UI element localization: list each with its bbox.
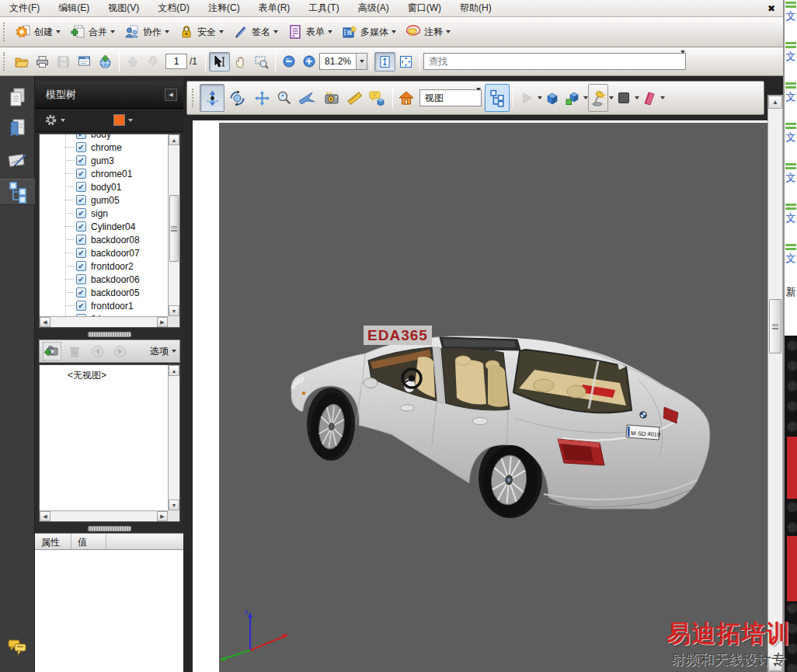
collapse-panel-button[interactable]	[165, 89, 177, 101]
menu-window[interactable]: 窗口(W)	[398, 0, 451, 16]
document-vertical-scrollbar[interactable]	[767, 95, 783, 672]
menu-help[interactable]: 帮助(H)	[451, 0, 501, 16]
3d-comment-button[interactable]	[364, 84, 389, 112]
next-page-button[interactable]	[143, 52, 163, 71]
tree-horizontal-sc rollbar[interactable]	[40, 316, 168, 327]
toolbar-grip[interactable]	[192, 89, 197, 107]
secure-button[interactable]: 安全	[174, 22, 228, 42]
toolbar-grip[interactable]	[3, 52, 8, 71]
find-input[interactable]	[424, 56, 680, 67]
measure-tool-button[interactable]	[344, 84, 364, 112]
checkbox-checked-icon[interactable]	[76, 261, 86, 271]
checkbox-checked-icon[interactable]	[76, 208, 86, 218]
tree-item[interactable]: frontdoor1	[40, 299, 168, 312]
pan-tool-button[interactable]	[249, 84, 274, 112]
tree-item[interactable]: gum3	[40, 154, 168, 167]
chevron-down-icon[interactable]	[660, 96, 665, 99]
tree-item[interactable]: backdoor08	[40, 233, 168, 246]
checkbox-checked-icon[interactable]	[76, 287, 86, 298]
menu-document[interactable]: 文档(D)	[148, 0, 199, 16]
panel-splitter[interactable]	[35, 329, 183, 339]
menu-advanced[interactable]: 高级(A)	[349, 0, 398, 16]
forms-button[interactable]: 表单	[283, 22, 337, 42]
menu-tools[interactable]: 工具(T)	[299, 0, 348, 16]
select-tool-button[interactable]	[209, 52, 230, 71]
sign-button[interactable]: 签名	[228, 22, 283, 42]
toolbar-grip[interactable]	[3, 23, 8, 41]
menu-forms[interactable]: 表单(R)	[249, 0, 300, 16]
save-button[interactable]	[53, 52, 74, 71]
checkbox-checked-icon[interactable]	[76, 301, 86, 311]
tree-item[interactable]: Cylinder04	[40, 220, 168, 233]
checkbox-checked-icon[interactable]	[76, 235, 86, 245]
tree-item[interactable]: chrome01	[40, 167, 168, 180]
tree-item[interactable]: frontdoor2	[40, 259, 168, 273]
zoom-tool-button[interactable]	[274, 84, 294, 112]
scrolling-mode-button[interactable]	[374, 52, 395, 71]
render-mode-button[interactable]	[542, 84, 562, 112]
combine-button[interactable]: 合并	[65, 22, 120, 42]
checkbox-checked-icon[interactable]	[76, 248, 86, 258]
menu-comments[interactable]: 注释(C)	[199, 0, 249, 16]
fit-page-button[interactable]	[395, 52, 416, 71]
menu-file[interactable]: 文件(F)	[0, 0, 49, 16]
zoom-dropdown-button[interactable]	[356, 54, 367, 69]
tree-item[interactable]: gum05	[40, 193, 168, 207]
scrollbar-thumb[interactable]	[769, 299, 781, 353]
email-button[interactable]	[74, 52, 95, 71]
print-button[interactable]	[32, 52, 53, 71]
scroll-up-icon[interactable]	[169, 134, 179, 145]
delete-view-button[interactable]	[65, 342, 84, 360]
open-button[interactable]	[11, 52, 32, 71]
sidebar-model-tree-button[interactable]	[0, 179, 35, 205]
checkbox-checked-icon[interactable]	[76, 169, 86, 179]
checkbox-checked-icon[interactable]	[76, 274, 86, 284]
collaborate-button[interactable]: 协作	[120, 22, 174, 42]
sidebar-pages-button[interactable]	[5, 84, 30, 110]
scroll-left-icon[interactable]	[40, 511, 50, 521]
property-column-header[interactable]: 属性	[35, 534, 71, 549]
checkbox-checked-icon[interactable]	[76, 142, 86, 152]
views-options-button[interactable]: 选项	[150, 345, 176, 358]
scroll-right-icon[interactable]	[157, 511, 168, 521]
close-icon[interactable]	[767, 3, 775, 14]
previous-view-button[interactable]	[88, 342, 106, 360]
sidebar-bookmarks-button[interactable]	[5, 115, 30, 141]
cross-section-button[interactable]	[639, 84, 660, 112]
checkbox-checked-icon[interactable]	[76, 182, 86, 192]
page-number-input[interactable]	[165, 54, 187, 69]
camera-tool-button[interactable]	[319, 84, 344, 112]
tree-item[interactable]: backdoor05	[40, 286, 168, 299]
checkbox-checked-icon[interactable]	[76, 221, 86, 232]
panel-splitter[interactable]	[35, 524, 183, 533]
tree-item[interactable]: backdoor07	[40, 246, 168, 259]
view-select-combo[interactable]: 视图	[419, 89, 482, 106]
scroll-down-icon[interactable]	[169, 305, 179, 316]
scroll-right-icon[interactable]	[157, 317, 168, 327]
no-view-item[interactable]: <无视图>	[40, 365, 179, 382]
tree-item[interactable]: chrome	[40, 141, 168, 154]
toggle-model-tree-button[interactable]	[485, 84, 510, 112]
menu-view[interactable]: 视图(V)	[99, 0, 148, 16]
sidebar-comments-button[interactable]	[5, 634, 30, 660]
tree-item[interactable]: body	[40, 134, 168, 141]
checkbox-checked-icon[interactable]	[76, 155, 86, 165]
scroll-up-icon[interactable]	[768, 96, 782, 109]
multimedia-button[interactable]: 多媒体	[337, 22, 401, 42]
extra-render-button[interactable]	[562, 84, 583, 112]
scroll-down-icon[interactable]	[169, 500, 179, 510]
fly-tool-button[interactable]	[294, 84, 319, 112]
menu-edit[interactable]: 编辑(E)	[49, 0, 99, 16]
previous-page-button[interactable]	[123, 52, 143, 71]
3d-viewport[interactable]: EDA365	[219, 123, 767, 672]
zoom-in-button[interactable]	[299, 52, 319, 71]
view-combo-dropdown[interactable]	[476, 91, 481, 105]
scroll-up-icon[interactable]	[169, 365, 179, 376]
tree-vertical-scrollbar[interactable]	[168, 134, 179, 316]
highlight-color-swatch[interactable]	[113, 114, 125, 126]
lighting-button[interactable]	[588, 84, 608, 112]
tree-item[interactable]: backdoor06	[40, 273, 168, 286]
scroll-left-icon[interactable]	[40, 317, 50, 327]
splitter-grip-icon[interactable]	[88, 332, 131, 337]
play-animation-button[interactable]	[517, 84, 537, 112]
